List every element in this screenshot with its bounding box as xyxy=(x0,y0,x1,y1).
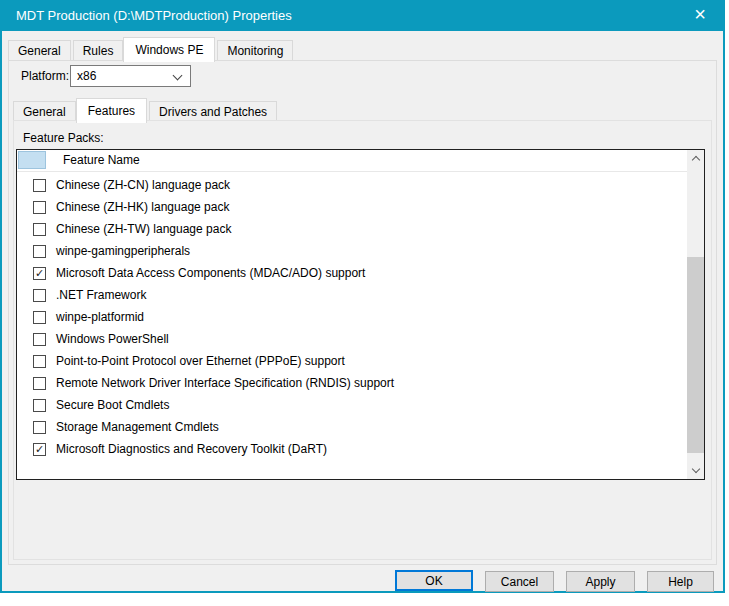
platform-dropdown[interactable]: x86 xyxy=(70,65,191,87)
scrollbar-down-button[interactable] xyxy=(687,462,704,479)
feature-name-label: Storage Management Cmdlets xyxy=(56,420,219,434)
header-feature-name[interactable]: Feature Name xyxy=(63,153,140,167)
feature-rows-container: Chinese (ZH-CN) language packChinese (ZH… xyxy=(17,171,686,479)
checkbox-unchecked-icon[interactable] xyxy=(33,245,46,258)
cancel-button[interactable]: Cancel xyxy=(485,571,554,592)
tab-general[interactable]: General xyxy=(8,40,71,61)
list-scrollbar[interactable] xyxy=(687,150,704,479)
checkbox-unchecked-icon[interactable] xyxy=(33,311,46,324)
feature-row[interactable]: Windows PowerShell xyxy=(17,328,686,350)
feature-name-label: .NET Framework xyxy=(56,288,146,302)
feature-row[interactable]: Secure Boot Cmdlets xyxy=(17,394,686,416)
feature-row[interactable]: .NET Framework xyxy=(17,284,686,306)
scrollbar-up-button[interactable] xyxy=(687,150,704,167)
chevron-down-icon xyxy=(173,71,183,81)
close-button[interactable]: × xyxy=(679,0,721,31)
feature-name-label: Point-to-Point Protocol over Ethernet (P… xyxy=(56,354,345,368)
subtab-features[interactable]: Features xyxy=(76,98,147,123)
checkbox-unchecked-icon[interactable] xyxy=(33,201,46,214)
checkbox-checked-icon[interactable]: ✓ xyxy=(33,267,46,280)
help-button[interactable]: Help xyxy=(647,571,714,592)
feature-packs-label: Feature Packs: xyxy=(23,131,104,145)
checkbox-unchecked-icon[interactable] xyxy=(33,179,46,192)
feature-row[interactable]: Chinese (ZH-HK) language pack xyxy=(17,196,686,218)
feature-row[interactable]: winpe-platformid xyxy=(17,306,686,328)
feature-name-label: Microsoft Diagnostics and Recovery Toolk… xyxy=(56,442,327,456)
properties-dialog: MDT Production (D:\MDTProduction) Proper… xyxy=(0,0,725,593)
screenshot-canvas: MDT Production (D:\MDTProduction) Proper… xyxy=(0,0,729,606)
subtab-drivers-and-patches[interactable]: Drivers and Patches xyxy=(149,101,277,122)
feature-name-label: Secure Boot Cmdlets xyxy=(56,398,169,412)
feature-row[interactable]: Storage Management Cmdlets xyxy=(17,416,686,438)
feature-row[interactable]: ✓Microsoft Diagnostics and Recovery Tool… xyxy=(17,438,686,460)
platform-selected-value: x86 xyxy=(77,69,96,83)
feature-name-label: Remote Network Driver Interface Specific… xyxy=(56,376,394,390)
feature-name-label: Windows PowerShell xyxy=(56,332,169,346)
feature-row[interactable]: Remote Network Driver Interface Specific… xyxy=(17,372,686,394)
window-title: MDT Production (D:\MDTProduction) Proper… xyxy=(16,8,292,23)
checkbox-unchecked-icon[interactable] xyxy=(33,223,46,236)
checkbox-unchecked-icon[interactable] xyxy=(33,377,46,390)
checkbox-unchecked-icon[interactable] xyxy=(33,399,46,412)
chevron-down-icon xyxy=(691,465,699,473)
feature-name-label: winpe-gamingperipherals xyxy=(56,244,190,258)
titlebar[interactable]: MDT Production (D:\MDTProduction) Proper… xyxy=(2,0,723,31)
feature-name-label: Chinese (ZH-TW) language pack xyxy=(56,222,231,236)
checkbox-checked-icon[interactable]: ✓ xyxy=(33,443,46,456)
list-header: Feature Name xyxy=(17,150,704,172)
feature-name-label: Chinese (ZH-HK) language pack xyxy=(56,200,229,214)
tab-rules[interactable]: Rules xyxy=(73,40,124,61)
tab-monitoring[interactable]: Monitoring xyxy=(217,40,293,61)
checkbox-unchecked-icon[interactable] xyxy=(33,355,46,368)
checkbox-unchecked-icon[interactable] xyxy=(33,421,46,434)
chevron-up-icon xyxy=(691,156,699,164)
feature-name-label: Microsoft Data Access Components (MDAC/A… xyxy=(56,266,365,280)
ok-button[interactable]: OK xyxy=(395,570,473,591)
feature-row[interactable]: ✓Microsoft Data Access Components (MDAC/… xyxy=(17,262,686,284)
feature-packs-list: Feature Name Chinese (ZH-CN) language pa… xyxy=(16,149,705,480)
sub-tabstrip: General Features Drivers and Patches xyxy=(13,97,279,122)
apply-button[interactable]: Apply xyxy=(566,571,635,592)
feature-row[interactable]: Point-to-Point Protocol over Ethernet (P… xyxy=(17,350,686,372)
header-checkbox-column[interactable] xyxy=(18,151,46,169)
features-page: Feature Packs: Feature Name Chinese (ZH-… xyxy=(13,120,712,560)
platform-label: Platform: xyxy=(21,69,69,83)
scrollbar-thumb[interactable] xyxy=(687,257,704,453)
checkbox-unchecked-icon[interactable] xyxy=(33,289,46,302)
feature-name-label: winpe-platformid xyxy=(56,310,144,324)
main-tabstrip: General Rules Windows PE Monitoring xyxy=(8,36,295,61)
checkbox-unchecked-icon[interactable] xyxy=(33,333,46,346)
feature-row[interactable]: Chinese (ZH-CN) language pack xyxy=(17,174,686,196)
windows-pe-page: Platform: x86 General Features Drivers a… xyxy=(8,60,717,565)
subtab-general[interactable]: General xyxy=(13,101,76,122)
feature-row[interactable]: Chinese (ZH-TW) language pack xyxy=(17,218,686,240)
feature-name-label: Chinese (ZH-CN) language pack xyxy=(56,178,230,192)
close-icon: × xyxy=(694,0,706,29)
tab-windows-pe[interactable]: Windows PE xyxy=(123,37,215,62)
feature-row[interactable]: winpe-gamingperipherals xyxy=(17,240,686,262)
